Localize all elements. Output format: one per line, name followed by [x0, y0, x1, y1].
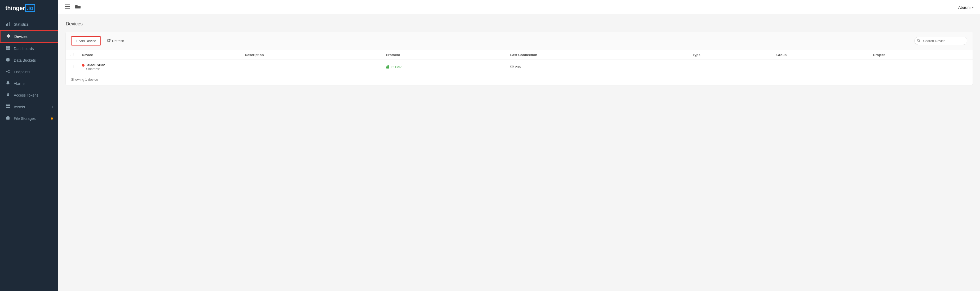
sidebar-item-endpoints-label: Endpoints [14, 70, 30, 74]
col-project: Project [869, 50, 973, 60]
data-buckets-icon [5, 58, 11, 63]
svg-rect-24 [386, 66, 389, 68]
device-group-cell [772, 60, 869, 74]
svg-rect-1 [7, 23, 8, 26]
protocol-badge: IOTMP [386, 65, 402, 69]
last-connection-value: 20h [510, 65, 521, 69]
svg-rect-15 [8, 104, 10, 106]
svg-rect-6 [8, 48, 10, 50]
sidebar-item-access-tokens-label: Access Tokens [14, 93, 38, 97]
svg-point-22 [918, 39, 920, 41]
device-type-cell [688, 60, 772, 74]
select-all-col [66, 50, 78, 60]
sidebar-item-statistics[interactable]: Statistics [0, 19, 58, 30]
svg-point-8 [6, 71, 7, 72]
col-description: Description [240, 50, 382, 60]
devices-card: + Add Device Refresh [66, 32, 973, 85]
file-storages-badge [51, 117, 53, 120]
col-device: Device [78, 50, 240, 60]
svg-rect-5 [6, 48, 8, 50]
access-tokens-icon [5, 93, 11, 98]
sidebar-item-assets[interactable]: Assets › [0, 101, 58, 113]
svg-rect-21 [65, 8, 70, 9]
topbar-left [65, 5, 81, 10]
card-toolbar: + Add Device Refresh [66, 32, 973, 50]
svg-rect-3 [6, 46, 8, 48]
device-description: Smarttest [82, 67, 100, 71]
sidebar-item-data-buckets[interactable]: Data Buckets [0, 54, 58, 66]
menu-icon[interactable] [65, 5, 70, 10]
svg-line-23 [920, 41, 920, 42]
assets-arrow-icon: › [52, 105, 53, 109]
svg-line-12 [7, 72, 8, 72]
device-status-indicator [82, 64, 84, 66]
refresh-button[interactable]: Refresh [103, 36, 128, 45]
svg-rect-4 [8, 46, 10, 48]
endpoints-icon [5, 69, 11, 74]
sidebar-item-dashboards-label: Dashboards [14, 47, 34, 51]
search-device-input[interactable] [914, 37, 967, 45]
alarms-icon [5, 81, 11, 86]
row-checkbox-cell [66, 60, 78, 74]
devices-table: Device Description Protocol Last Connect… [66, 50, 973, 74]
col-type: Type [688, 50, 772, 60]
col-group: Group [772, 50, 869, 60]
sidebar-item-alarms-label: Alarms [14, 81, 25, 86]
sidebar-item-data-buckets-label: Data Buckets [14, 58, 36, 62]
statistics-icon [5, 22, 11, 27]
device-protocol-cell: IOTMP [382, 60, 506, 74]
svg-rect-14 [6, 104, 8, 106]
refresh-icon [107, 39, 110, 43]
last-connection-cell: 20h [506, 60, 689, 74]
svg-rect-19 [65, 5, 70, 5]
sidebar-item-alarms[interactable]: Alarms [0, 78, 58, 89]
sidebar-item-devices-label: Devices [14, 35, 27, 39]
user-menu[interactable]: Abusini ▾ [958, 5, 974, 9]
main-area: Abusini ▾ Devices + Add Device Refresh [58, 0, 980, 291]
device-name-cell: XiaoESP32 Smarttest [78, 60, 240, 74]
sidebar-item-statistics-label: Statistics [14, 22, 29, 27]
file-storages-icon [5, 116, 11, 121]
devices-icon [6, 34, 11, 39]
sidebar-nav: Statistics Devices Dashboards Data Bucke… [0, 16, 58, 291]
search-icon [917, 39, 920, 43]
sidebar-item-assets-label: Assets [14, 105, 25, 109]
svg-rect-18 [6, 117, 10, 120]
folder-icon[interactable] [75, 5, 81, 10]
lock-icon [386, 65, 390, 69]
sidebar: thinger.io Statistics Devices Dashboards [0, 0, 58, 291]
svg-rect-16 [6, 107, 8, 108]
table-row[interactable]: XiaoESP32 Smarttest IOTMP [66, 60, 973, 74]
row-checkbox[interactable] [70, 65, 73, 68]
logo-area: thinger.io [0, 0, 58, 16]
select-all-checkbox[interactable] [70, 53, 73, 56]
svg-rect-20 [65, 6, 70, 7]
username: Abusini [958, 5, 970, 9]
device-description-col [240, 60, 382, 74]
sidebar-item-dashboards[interactable]: Dashboards [0, 43, 58, 54]
sidebar-item-endpoints[interactable]: Endpoints [0, 66, 58, 78]
svg-point-9 [8, 70, 10, 71]
last-connection-time: 20h [515, 65, 521, 69]
sidebar-item-devices[interactable]: Devices [0, 30, 58, 43]
add-device-button[interactable]: + Add Device [71, 36, 101, 46]
svg-point-10 [8, 72, 10, 73]
dashboards-icon [5, 46, 11, 51]
sidebar-item-file-storages-label: File Storages [14, 116, 35, 121]
svg-rect-17 [8, 107, 10, 108]
device-name: XiaoESP32 [87, 63, 105, 67]
svg-line-11 [7, 71, 8, 71]
table-header-row: Device Description Protocol Last Connect… [66, 50, 973, 60]
svg-rect-13 [7, 95, 9, 96]
sidebar-item-access-tokens[interactable]: Access Tokens [0, 89, 58, 101]
sidebar-item-file-storages[interactable]: File Storages [0, 113, 58, 124]
assets-icon [5, 104, 11, 109]
protocol-name: IOTMP [391, 65, 402, 69]
device-project-cell [869, 60, 973, 74]
logo-highlight: .io [25, 4, 35, 12]
logo-text: thinger.io [5, 5, 35, 12]
col-protocol: Protocol [382, 50, 506, 60]
svg-rect-0 [6, 24, 7, 26]
clock-icon [510, 65, 514, 69]
showing-count: Showing 1 device [66, 74, 973, 85]
